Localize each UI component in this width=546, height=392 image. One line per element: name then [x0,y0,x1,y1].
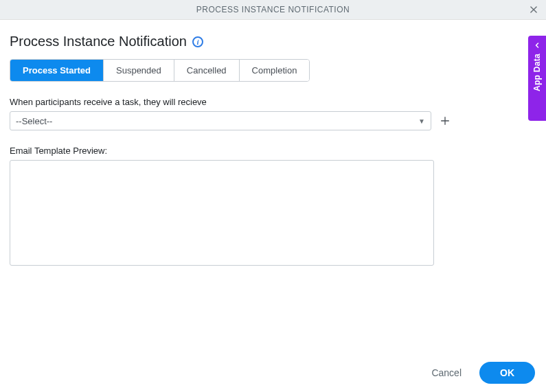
select-value: --Select-- [16,116,52,126]
tab-completion[interactable]: Completion [240,60,310,81]
preview-label: Email Template Preview: [10,146,536,156]
footer: Cancel OK [0,354,546,392]
modal-header: PROCESS INSTANCE NOTIFICATION [0,0,546,20]
tab-cancelled[interactable]: Cancelled [174,60,240,81]
chevron-down-icon: ▼ [418,117,425,125]
chevron-left-icon [533,41,541,49]
page-title: Process Instance Notification [10,34,187,49]
tab-label: Completion [252,65,297,76]
cancel-button[interactable]: Cancel [424,362,468,384]
tab-label: Cancelled [187,65,227,76]
select-row: --Select-- ▼ [10,111,536,130]
tab-suspended[interactable]: Suspended [104,60,174,81]
tab-process-started[interactable]: Process Started [10,60,104,81]
tab-label: Suspended [116,65,161,76]
tab-label: Process Started [23,65,91,76]
side-panel-label: App Data [532,54,542,91]
content-area: Process Instance Notification i Process … [0,20,546,266]
modal-title: PROCESS INSTANCE NOTIFICATION [196,5,350,14]
info-icon[interactable]: i [192,36,203,47]
tab-bar: Process Started Suspended Cancelled Comp… [10,59,310,82]
ok-button[interactable]: OK [479,362,535,384]
app-data-panel-toggle[interactable]: App Data [528,36,546,121]
page-title-row: Process Instance Notification i [10,34,536,49]
close-button[interactable] [527,3,541,16]
template-select[interactable]: --Select-- ▼ [10,111,431,130]
plus-icon [440,115,451,126]
email-preview-box [10,160,434,266]
add-button[interactable] [438,114,452,128]
receive-label: When participants receive a task, they w… [10,97,536,107]
close-icon [529,5,538,14]
